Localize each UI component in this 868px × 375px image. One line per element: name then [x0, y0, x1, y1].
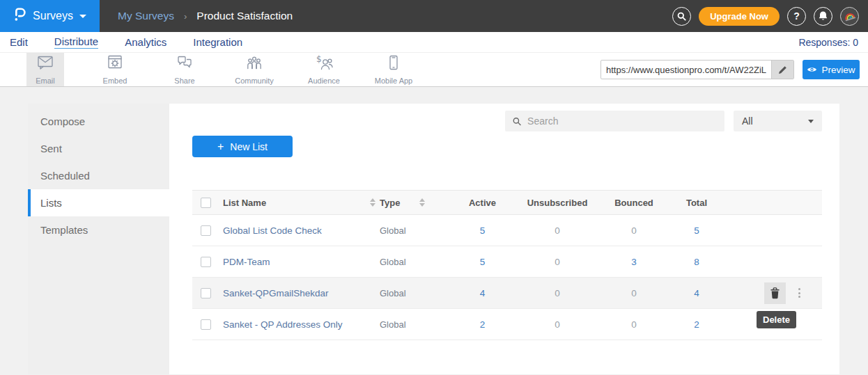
list-name-link[interactable]: Sanket-QPGmailShekdar: [223, 288, 380, 298]
row-checkbox[interactable]: [201, 288, 211, 298]
sidebar-item-sent[interactable]: Sent: [28, 135, 169, 162]
lists-content: All + New List List Name: [169, 104, 839, 374]
list-type: Global: [380, 225, 449, 236]
row-checkbox[interactable]: [201, 319, 211, 330]
list-type: Global: [380, 288, 449, 298]
unsubscribed-count: 0: [516, 288, 599, 298]
chevron-down-icon: [79, 15, 86, 18]
share-method-mobile-app[interactable]: Mobile App: [359, 53, 428, 86]
bounced-count: 0: [599, 319, 669, 330]
list-search-input[interactable]: [527, 115, 717, 127]
survey-url-input[interactable]: [601, 61, 771, 79]
edit-url-button[interactable]: [771, 61, 793, 79]
col-active: Active: [449, 198, 516, 208]
bounced-count: 0: [599, 288, 669, 298]
notifications-button[interactable]: [814, 7, 832, 26]
questionpro-logo-icon: [13, 6, 26, 26]
col-unsubscribed: Unsubscribed: [516, 198, 599, 208]
total-count-link[interactable]: 8: [669, 257, 724, 267]
active-count-link[interactable]: 2: [449, 319, 516, 330]
tab-integration[interactable]: Integration: [193, 36, 242, 49]
list-name-link[interactable]: PDM-Team: [223, 257, 380, 267]
list-type-filter-dropdown[interactable]: All: [734, 111, 822, 131]
filter-selected-value: All: [742, 115, 753, 127]
email-distribution-panel: Compose Sent Scheduled Lists Templates: [28, 104, 839, 374]
user-avatar[interactable]: [840, 7, 859, 26]
community-icon: [245, 54, 263, 74]
row-checkbox[interactable]: [201, 225, 211, 236]
svg-text:$: $: [316, 54, 322, 64]
unsubscribed-count: 0: [516, 257, 599, 267]
product-menu-label: Surveys: [33, 10, 73, 22]
select-all-checkbox[interactable]: [201, 198, 211, 208]
active-count-link[interactable]: 5: [449, 257, 516, 267]
sidebar-item-templates[interactable]: Templates: [28, 216, 169, 244]
eye-icon: [807, 66, 817, 73]
topbar-actions: Upgrade Now ?: [672, 7, 859, 26]
unsubscribed-count: 0: [516, 319, 599, 330]
email-sidebar: Compose Sent Scheduled Lists Templates: [28, 104, 169, 374]
upgrade-now-button[interactable]: Upgrade Now: [699, 7, 780, 26]
email-lists-table: List Name Type Active Unsubscribed Bounc…: [192, 190, 822, 340]
question-mark-icon: ?: [793, 10, 800, 22]
responses-count[interactable]: Responses: 0: [798, 37, 858, 48]
tab-analytics[interactable]: Analytics: [125, 36, 166, 49]
table-row: Global List Code Check Global 5 0 0 5: [192, 215, 822, 246]
sort-list-name[interactable]: [370, 198, 375, 207]
share-method-community[interactable]: Community: [219, 53, 289, 86]
tab-distribute[interactable]: Distribute: [54, 35, 98, 49]
table-header-row: List Name Type Active Unsubscribed Bounc…: [192, 190, 822, 215]
active-count-link[interactable]: 5: [449, 225, 516, 236]
sort-type[interactable]: [419, 198, 425, 207]
share-method-embed[interactable]: Embed: [80, 53, 150, 86]
email-icon: [36, 54, 54, 74]
active-count-link[interactable]: 4: [449, 288, 516, 298]
share-method-audience[interactable]: $ Audience: [289, 53, 359, 86]
survey-link-area: Preview: [600, 60, 860, 79]
bounced-count: 0: [599, 225, 669, 236]
share-method-email[interactable]: Email: [26, 53, 64, 86]
top-bar: Surveys My Surveys › Product Satisfactio…: [0, 0, 868, 32]
unsubscribed-count: 0: [516, 225, 599, 236]
list-type: Global: [380, 319, 449, 330]
search-icon: [513, 117, 521, 126]
total-count-link[interactable]: 4: [669, 288, 724, 298]
table-row: PDM-Team Global 5 0 3 8: [192, 246, 822, 278]
survey-url-field: [600, 60, 794, 79]
chevron-down-icon: [808, 120, 814, 123]
embed-icon: [107, 54, 123, 74]
mobile-app-icon: [388, 54, 399, 74]
page-body: Compose Sent Scheduled Lists Templates: [0, 87, 868, 374]
total-count-link[interactable]: 2: [669, 319, 724, 330]
row-checkbox[interactable]: [201, 257, 211, 267]
row-menu-button[interactable]: [796, 285, 803, 301]
col-bounced: Bounced: [599, 198, 669, 208]
sidebar-item-scheduled[interactable]: Scheduled: [28, 162, 169, 189]
list-filter-row: All: [192, 111, 822, 131]
table-row: Sanket - QP Addresses Only Global 2 0 0 …: [192, 309, 822, 340]
new-list-button[interactable]: + New List: [192, 136, 293, 157]
product-switcher[interactable]: Surveys: [0, 0, 100, 32]
list-name-link[interactable]: Global List Code Check: [223, 225, 380, 236]
total-count-link[interactable]: 5: [669, 225, 724, 236]
delete-tooltip: Delete: [757, 311, 796, 328]
list-search-box: [505, 111, 724, 131]
list-name-link[interactable]: Sanket - QP Addresses Only: [223, 319, 380, 330]
help-button[interactable]: ?: [787, 7, 806, 26]
delete-list-button[interactable]: [764, 282, 786, 304]
plus-icon: +: [217, 141, 224, 152]
tab-edit[interactable]: Edit: [10, 36, 28, 49]
survey-nav-tabs: Edit Distribute Analytics Integration Re…: [0, 32, 868, 53]
preview-button[interactable]: Preview: [803, 60, 860, 79]
breadcrumb: My Surveys › Product Satisfaction: [118, 10, 293, 22]
share-method-share[interactable]: Share: [150, 53, 219, 86]
search-button[interactable]: [672, 7, 691, 26]
pencil-icon: [778, 65, 787, 74]
audience-icon: $: [314, 54, 334, 74]
sidebar-item-lists[interactable]: Lists: [28, 189, 169, 216]
list-type: Global: [380, 257, 449, 267]
trash-icon: [770, 287, 780, 299]
bounced-count-link[interactable]: 3: [599, 257, 669, 267]
breadcrumb-my-surveys[interactable]: My Surveys: [118, 10, 174, 22]
sidebar-item-compose[interactable]: Compose: [28, 108, 169, 135]
